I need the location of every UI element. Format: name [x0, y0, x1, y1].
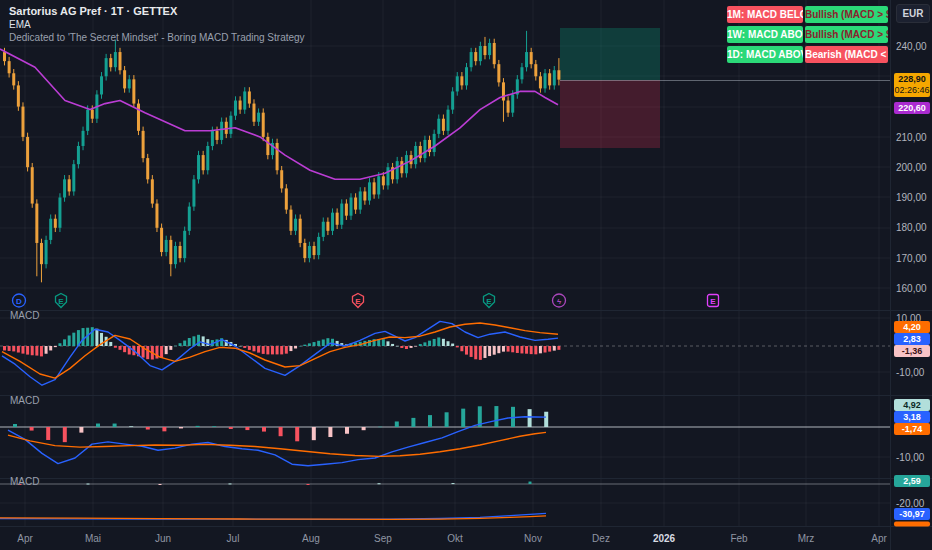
time-axis-label: Okt — [447, 533, 463, 544]
svg-text:E: E — [355, 297, 361, 306]
macd-pane-label[interactable]: MACD — [10, 395, 39, 406]
earnings-marker-icon[interactable]: E — [350, 292, 366, 309]
axis-value-badge: 4,20 — [894, 321, 930, 333]
axis-tick: -10,00 — [896, 452, 924, 463]
timeframe-state-cell: 1D: MACD ABOVE 0 — [727, 46, 803, 63]
timeframe-state-cell: 1M: MACD BELOW 0 — [727, 6, 803, 23]
axis-value-badge: 4,92 — [894, 399, 930, 411]
axis-tick: 170,00 — [896, 253, 927, 264]
last-price-badge: 228,9002:26:46 — [894, 73, 930, 97]
macd-pane-label[interactable]: MACD — [10, 310, 39, 321]
time-axis-label: Mai — [85, 533, 101, 544]
signal-state-cell: Bullish (MACD > Signal) — [805, 26, 888, 43]
dividend-marker-icon[interactable]: D — [11, 292, 27, 309]
axis-value-badge: 2,83 — [894, 333, 930, 345]
axis-tick: -10,00 — [896, 367, 924, 378]
pane-separator[interactable] — [0, 310, 932, 311]
pane-separator[interactable] — [0, 395, 932, 396]
axis-value-badge: -1,74 — [894, 423, 930, 435]
svg-text:ϟ: ϟ — [557, 297, 562, 306]
axis-tick: 180,00 — [896, 222, 927, 233]
axis-tick: 190,00 — [896, 192, 927, 203]
time-axis-label: 2026 — [653, 533, 675, 544]
svg-text:E: E — [58, 297, 64, 306]
axis-tick: -20,00 — [896, 498, 924, 509]
signal-state-cell: Bearish (MACD < Signal) — [805, 46, 888, 63]
svg-text:E: E — [710, 297, 716, 306]
axis-value-badge: -30,97 — [894, 508, 930, 520]
ema-value-badge: 220,60 — [894, 102, 930, 114]
svg-text:E: E — [486, 297, 492, 306]
news-event-marker-icon[interactable]: E — [705, 292, 721, 309]
macd-pane-label[interactable]: MACD — [10, 476, 39, 487]
axis-tick: 240,00 — [896, 41, 927, 52]
axis-value-badge: 2,59 — [894, 475, 930, 487]
price-axis-border — [890, 0, 891, 550]
axis-tick: 200,00 — [896, 162, 927, 173]
time-axis-label: Jul — [227, 533, 240, 544]
time-axis-label: Dez — [592, 533, 610, 544]
chart-canvas[interactable] — [0, 0, 890, 526]
economic-event-marker-icon[interactable]: ϟ — [551, 292, 567, 309]
time-axis-label: Apr — [871, 533, 887, 544]
time-axis-label: Nov — [524, 533, 542, 544]
earnings-marker-icon[interactable]: E — [53, 292, 69, 309]
axis-value-badge: 3,18 — [894, 411, 930, 423]
indicator-legend-ema[interactable]: EMA — [9, 19, 31, 30]
time-axis-label: Feb — [730, 533, 747, 544]
time-axis-label: Mrz — [798, 533, 815, 544]
time-axis-label: Sep — [374, 533, 392, 544]
timeframe-state-cell: 1W: MACD ABOVE 0 — [727, 26, 803, 43]
axis-value-badge — [894, 522, 930, 527]
strategy-legend[interactable]: Dedicated to 'The Secret Mindset' - Bori… — [9, 32, 305, 43]
signal-state-cell: Bullish (MACD > Signal) — [805, 6, 888, 23]
trading-chart-window: Sartorius AG Pref · 1T · GETTEX EMA Dedi… — [0, 0, 932, 550]
earnings-marker-icon[interactable]: E — [481, 292, 497, 309]
axis-tick: 160,00 — [896, 283, 927, 294]
axis-tick: 210,00 — [896, 132, 927, 143]
pane-separator[interactable] — [0, 478, 932, 479]
axis-value-badge: -1,36 — [894, 345, 930, 357]
svg-text:D: D — [16, 297, 22, 306]
time-axis-separator — [0, 526, 932, 527]
symbol-title[interactable]: Sartorius AG Pref · 1T · GETTEX — [9, 5, 177, 17]
time-axis-label: Aug — [302, 533, 320, 544]
currency-button[interactable]: EUR — [896, 4, 930, 23]
time-axis-label: Jun — [155, 533, 171, 544]
time-axis-label: Apr — [17, 533, 33, 544]
